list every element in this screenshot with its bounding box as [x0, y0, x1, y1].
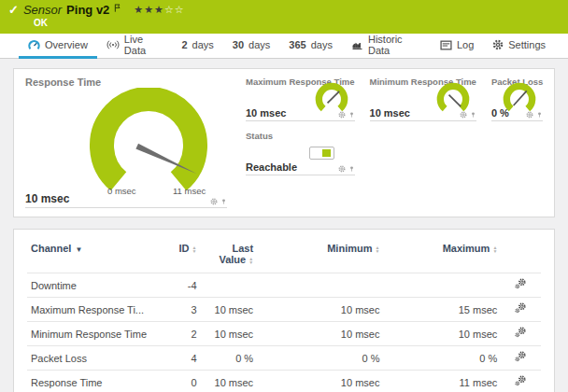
table-row-minimum-response-time[interactable]: Minimum Response Time 2 10 msec 10 msec … [27, 322, 541, 346]
channel-gear-icon[interactable] [338, 165, 346, 173]
status-block: Status Reachable [246, 131, 355, 175]
overview-gauges-panel: Response Time 0 msec 11 msec 10 msec Max… [13, 68, 555, 217]
table-row-response-time[interactable]: Response Time 0 10 msec 10 msec 11 msec [27, 371, 541, 392]
pin-icon[interactable] [220, 198, 227, 205]
sort-icon: ▲▼ [492, 245, 497, 253]
sensor-title: Ping v2 [66, 3, 109, 17]
column-header-channel[interactable]: Channel▼ [27, 237, 164, 273]
tab-2-days[interactable]: 2 days [172, 34, 222, 59]
response-time-gauge-block: Response Time 0 msec 11 msec 10 msec [25, 77, 233, 213]
flag-icon[interactable] [114, 0, 121, 16]
channel-gear-icon[interactable] [460, 111, 467, 119]
column-header-minimum[interactable]: Minimum▲▼ [257, 237, 383, 273]
small-gauges-grid: Maximum Response Time 10 msec Minimum Re… [246, 77, 543, 217]
chart-icon [351, 39, 363, 50]
pin-icon[interactable] [536, 111, 543, 119]
packet-loss-value: 0 % [491, 107, 509, 119]
status-indicator [309, 147, 334, 160]
column-header-settings [501, 237, 541, 273]
column-header-id[interactable]: ID▲▼ [164, 237, 201, 273]
channel-settings-icon[interactable] [515, 351, 527, 363]
table-row-maximum-response-time[interactable]: Maximum Response Ti... 3 10 msec 10 msec… [27, 298, 541, 322]
live-data-icon [106, 39, 120, 50]
response-time-value: 10 msec [25, 192, 69, 205]
pin-icon[interactable] [348, 111, 355, 119]
channel-settings-icon[interactable] [515, 302, 527, 315]
tab-live-data[interactable]: Live Data [97, 34, 173, 59]
sensor-status-text: OK [34, 18, 561, 28]
table-row-downtime[interactable]: Downtime -4 [27, 273, 541, 298]
response-time-gauge [74, 88, 223, 192]
tab-overview[interactable]: Overview [19, 34, 97, 59]
gauge-title: Response Time [25, 77, 233, 88]
object-kind-label: Sensor [23, 3, 62, 17]
maximum-response-time-block: Maximum Response Time 10 msec [246, 77, 355, 121]
channel-settings-icon[interactable] [515, 278, 527, 290]
table-row-packet-loss[interactable]: Packet Loss 4 0 % 0 % 0 % [27, 346, 541, 371]
sensor-header: ✓ Sensor Ping v2 ★★★☆☆ OK [0, 0, 568, 34]
log-icon [440, 40, 452, 50]
channel-gear-icon[interactable] [210, 198, 218, 205]
status-value: Reachable [246, 161, 297, 173]
column-header-maximum[interactable]: Maximum▲▼ [383, 237, 501, 273]
minimum-response-time-value: 10 msec [370, 107, 410, 119]
status-check-icon: ✓ [8, 3, 19, 17]
channel-table: Channel▼ ID▲▼ Last Value▲▼ Minimum▲▼ Max… [27, 237, 541, 392]
tab-settings[interactable]: Settings [483, 34, 555, 59]
sort-icon: ▲▼ [248, 257, 253, 264]
tab-log[interactable]: Log [431, 34, 483, 59]
maximum-response-time-value: 10 msec [246, 107, 286, 119]
priority-stars[interactable]: ★★★☆☆ [134, 4, 184, 16]
tab-bar: Overview Live Data 2 days 30 days 365 da… [0, 34, 568, 59]
channel-gear-icon[interactable] [338, 111, 346, 119]
minimum-response-time-block: Minimum Response Time 10 msec [370, 77, 476, 121]
tab-30-days[interactable]: 30 days [223, 34, 280, 59]
gear-icon [492, 39, 504, 50]
tab-365-days[interactable]: 365 days [279, 34, 342, 59]
pin-icon[interactable] [470, 111, 476, 119]
packet-loss-block: Packet Loss 0 % [491, 77, 543, 121]
gauge-icon [28, 39, 40, 51]
sort-icon: ▲▼ [192, 245, 197, 253]
sort-icon: ▲▼ [375, 245, 379, 253]
channel-settings-icon[interactable] [515, 375, 527, 387]
pin-icon[interactable] [348, 165, 355, 173]
sort-desc-icon: ▼ [75, 245, 82, 254]
column-header-last-value[interactable]: Last Value▲▼ [201, 237, 258, 273]
channel-settings-icon[interactable] [515, 327, 527, 339]
channel-gear-icon[interactable] [526, 111, 533, 119]
tab-historic-data[interactable]: Historic Data [342, 34, 431, 59]
channel-table-panel: Channel▼ ID▲▼ Last Value▲▼ Minimum▲▼ Max… [13, 229, 555, 392]
